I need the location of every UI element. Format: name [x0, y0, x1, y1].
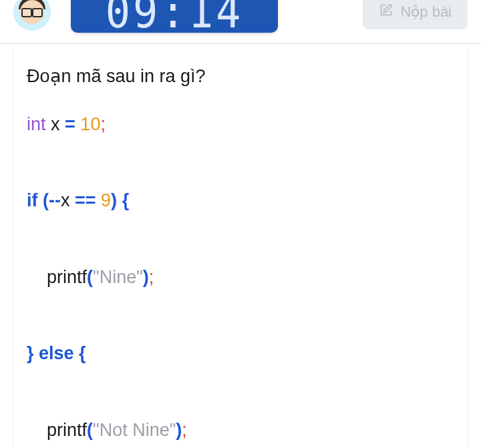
countdown-timer: 09:14	[71, 0, 278, 33]
top-bar: 09:14 Nộp bài	[0, 0, 481, 44]
submit-label: Nộp bài	[400, 3, 452, 21]
avatar[interactable]	[13, 0, 51, 31]
timer-value: 09:14	[106, 0, 244, 33]
content-area: Đoạn mã sau in ra gì? int x = 10; if (--…	[0, 47, 481, 448]
question-prompt: Đoạn mã sau in ra gì?	[27, 65, 454, 87]
code-block: int x = 10; if (--x == 9) { printf("Nine…	[27, 105, 454, 448]
question-card: Đoạn mã sau in ra gì? int x = 10; if (--…	[13, 47, 468, 448]
edit-icon	[379, 3, 393, 21]
submit-button[interactable]: Nộp bài	[363, 0, 468, 29]
